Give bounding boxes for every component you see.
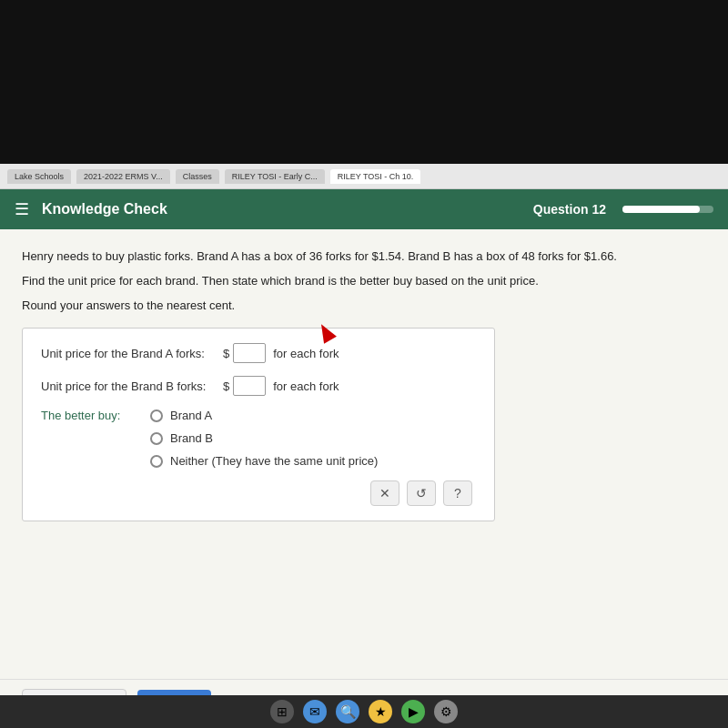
undo-button[interactable]: ↺ [407, 480, 436, 506]
question-line2: Find the unit price for each brand. Then… [22, 272, 706, 291]
taskbar-play-icon[interactable]: ▶ [401, 700, 425, 723]
header-right: Question 12 [533, 202, 713, 217]
radio-neither-circle [150, 455, 163, 468]
top-background [0, 0, 728, 164]
brand-b-for-each-fork: for each fork [273, 379, 339, 393]
action-buttons-row: ✕ ↺ ? [41, 480, 476, 506]
clear-button[interactable]: ✕ [370, 480, 399, 506]
progress-bar-container [622, 206, 713, 213]
radio-brand-a[interactable]: Brand A [150, 409, 378, 422]
better-buy-row: The better buy: Brand A Brand B Neither … [41, 409, 476, 468]
brand-a-label: Unit price for the Brand A forks: [41, 347, 223, 360]
question-line3: Round your answers to the nearest cent. [22, 297, 706, 316]
app-title: Knowledge Check [42, 201, 167, 217]
brand-a-input[interactable] [233, 343, 266, 363]
question-label: Question 12 [533, 202, 606, 217]
brand-b-row: Unit price for the Brand B forks: $ for … [41, 376, 476, 396]
brand-a-dollar-sign: $ [223, 347, 229, 360]
brand-b-dollar-sign: $ [223, 379, 229, 393]
radio-neither-label: Neither (They have the same unit price) [170, 454, 378, 468]
radio-neither[interactable]: Neither (They have the same unit price) [150, 454, 378, 468]
radio-brand-a-circle [150, 410, 163, 422]
taskbar-mail-icon[interactable]: ✉ [303, 700, 327, 723]
brand-b-label: Unit price for the Brand B forks: [41, 379, 223, 393]
radio-brand-a-label: Brand A [170, 409, 212, 422]
radio-brand-b-label: Brand B [170, 431, 213, 445]
better-buy-label: The better buy: [41, 409, 150, 422]
hamburger-icon[interactable]: ☰ [15, 199, 29, 219]
help-button[interactable]: ? [443, 480, 472, 506]
tab-riley-early[interactable]: RILEY TOSI - Early C... [225, 169, 325, 184]
browser-tabs-bar: Lake Schools 2021-2022 ERMS V... Classes… [0, 164, 728, 189]
tab-erms[interactable]: 2021-2022 ERMS V... [76, 169, 170, 184]
brand-b-input[interactable] [233, 376, 266, 396]
brand-a-input-group: $ for each fork [223, 343, 339, 363]
app-container: ☰ Knowledge Check Question 12 Henry need… [0, 189, 728, 728]
tab-lake-schools[interactable]: Lake Schools [7, 169, 71, 184]
tab-riley-ch10[interactable]: RILEY TOSI - Ch 10. [330, 169, 421, 184]
taskbar-settings-icon[interactable]: ⚙ [434, 700, 458, 723]
brand-a-for-each-fork: for each fork [273, 347, 339, 360]
main-content: Henry needs to buy plastic forks. Brand … [0, 229, 728, 679]
header-left: ☰ Knowledge Check [15, 199, 167, 219]
brand-a-row: Unit price for the Brand A forks: $ for … [41, 343, 476, 363]
tab-classes[interactable]: Classes [176, 169, 219, 184]
brand-b-input-group: $ for each fork [223, 376, 339, 396]
taskbar-search-icon[interactable]: 🔍 [336, 700, 359, 723]
taskbar: ⊞ ✉ 🔍 ★ ▶ ⚙ [0, 695, 728, 728]
taskbar-star-icon[interactable]: ★ [369, 700, 392, 723]
radio-brand-b-circle [150, 432, 163, 445]
answer-box: Unit price for the Brand A forks: $ for … [22, 328, 495, 521]
taskbar-home-icon[interactable]: ⊞ [270, 700, 294, 723]
progress-bar-fill [622, 206, 700, 213]
question-line1: Henry needs to buy plastic forks. Brand … [22, 248, 706, 267]
radio-options: Brand A Brand B Neither (They have the s… [150, 409, 378, 468]
app-header: ☰ Knowledge Check Question 12 [0, 189, 728, 229]
radio-brand-b[interactable]: Brand B [150, 431, 378, 445]
